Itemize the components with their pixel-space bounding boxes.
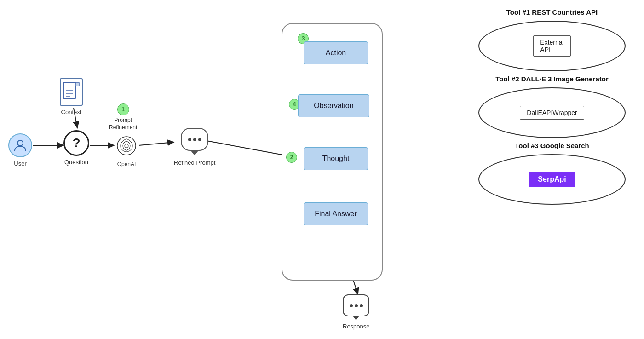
svg-point-16 bbox=[117, 137, 136, 155]
svg-line-3 bbox=[139, 142, 174, 145]
badge-1: 1 bbox=[117, 103, 129, 115]
response-label: Response bbox=[343, 323, 370, 330]
question-circle: ? bbox=[63, 130, 89, 156]
thought-box: Thought bbox=[304, 147, 368, 170]
tool3-inner-box: SerpApi bbox=[529, 172, 575, 187]
question-label: Question bbox=[64, 159, 88, 166]
user-label: User bbox=[14, 160, 26, 167]
response-bubble-tail bbox=[353, 316, 359, 320]
tool2-ellipse: DallEAPIWrapper bbox=[478, 87, 626, 138]
action-label: Action bbox=[326, 49, 346, 57]
prompt-refinement-block: 1 PromptRefinement bbox=[109, 103, 137, 131]
final-answer-label: Final Answer bbox=[315, 210, 357, 218]
tool2-title: Tool #2 DALL·E 3 Image Generator bbox=[474, 75, 630, 83]
doc-icon bbox=[60, 78, 83, 106]
action-box: Action bbox=[304, 41, 368, 64]
observation-box: Observation bbox=[298, 94, 369, 117]
thought-label: Thought bbox=[322, 155, 350, 163]
badge-2: 2 bbox=[286, 152, 297, 163]
diagram-container: User Context ? Question 1 PromptRefineme… bbox=[0, 0, 644, 339]
svg-point-10 bbox=[17, 140, 23, 146]
tools-section: Tool #1 REST Countries API ExternalAPI T… bbox=[474, 5, 630, 208]
dot2 bbox=[193, 138, 196, 141]
tool3-title: Tool #3 Google Search bbox=[474, 142, 630, 149]
tool3-ellipse: SerpApi bbox=[478, 154, 626, 205]
user-block: User bbox=[8, 133, 32, 167]
svg-rect-12 bbox=[75, 82, 79, 86]
openai-block: OpenAI bbox=[114, 133, 139, 167]
final-answer-box: Final Answer bbox=[304, 202, 368, 225]
tool2-inner-box: DallEAPIWrapper bbox=[520, 106, 584, 120]
context-label: Context bbox=[61, 109, 82, 115]
r-dot2 bbox=[355, 304, 358, 307]
context-block: Context bbox=[60, 78, 83, 115]
response-bubble bbox=[343, 294, 369, 316]
response-dots bbox=[350, 304, 363, 307]
question-block: ? Question bbox=[63, 130, 89, 166]
tool1-title: Tool #1 REST Countries API bbox=[474, 8, 630, 16]
badge-2-container: 2 bbox=[286, 152, 297, 163]
response-block: Response bbox=[343, 294, 370, 330]
r-dot3 bbox=[360, 304, 363, 307]
tool1-ellipse: ExternalAPI bbox=[478, 21, 626, 71]
refined-prompt-block: Refined Prompt bbox=[174, 128, 215, 166]
chat-bubble bbox=[181, 128, 208, 151]
r-dot1 bbox=[350, 304, 353, 307]
openai-label: OpenAI bbox=[117, 161, 136, 167]
tool1-inner-box: ExternalAPI bbox=[533, 35, 570, 57]
observation-label: Observation bbox=[314, 102, 353, 110]
dot1 bbox=[188, 138, 191, 141]
user-avatar bbox=[8, 133, 32, 157]
dots bbox=[188, 138, 201, 141]
refined-prompt-label: Refined Prompt bbox=[174, 159, 215, 166]
dot3 bbox=[198, 138, 201, 141]
openai-logo bbox=[114, 133, 139, 158]
prompt-refinement-label: PromptRefinement bbox=[109, 117, 137, 131]
